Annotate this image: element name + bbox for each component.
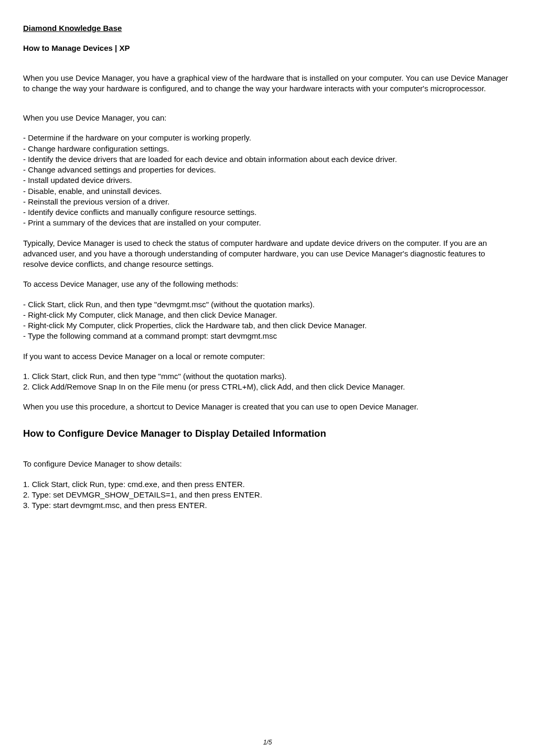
list-item: 1. Click Start, click Run, and then type… (23, 371, 512, 382)
access-methods-list: - Click Start, click Run, and then type … (23, 299, 512, 342)
list-item: - Right-click My Computer, click Manage,… (23, 310, 512, 320)
section2-steps: 1. Click Start, click Run, type: cmd.exe… (23, 479, 512, 511)
list-item: 2. Click Add/Remove Snap In on the File … (23, 382, 512, 392)
remote-outro: When you use this procedure, a shortcut … (23, 402, 512, 412)
remote-steps: 1. Click Start, click Run, and then type… (23, 371, 512, 393)
list-item: 2. Type: set DEVMGR_SHOW_DETAILS=1, and … (23, 490, 512, 500)
list-item: - Click Start, click Run, and then type … (23, 299, 512, 310)
list-item: - Reinstall the previous version of a dr… (23, 197, 512, 207)
remote-intro: If you want to access Device Manager on … (23, 351, 512, 362)
usage-paragraph-1: Typically, Device Manager is used to che… (23, 238, 512, 270)
article-title: How to Manage Devices | XP (23, 43, 512, 53)
section-heading-configure: How to Configure Device Manager to Displ… (23, 427, 512, 440)
list-item: - Print a summary of the devices that ar… (23, 218, 512, 228)
site-title: Diamond Knowledge Base (23, 23, 512, 34)
list-item: - Identify the device drivers that are l… (23, 154, 512, 165)
list-item: - Type the following command at a comman… (23, 331, 512, 341)
list-item: - Right-click My Computer, click Propert… (23, 320, 512, 331)
intro-paragraph-2: When you use Device Manager, you can: (23, 113, 512, 123)
list-item: - Determine if the hardware on your comp… (23, 133, 512, 143)
list-item: - Change advanced settings and propertie… (23, 165, 512, 175)
list-item: - Install updated device drivers. (23, 175, 512, 186)
list-item: - Disable, enable, and uninstall devices… (23, 186, 512, 197)
section2-intro: To configure Device Manager to show deta… (23, 459, 512, 469)
list-item: - Identify device conflicts and manually… (23, 207, 512, 218)
list-item: 3. Type: start devmgmt.msc, and then pre… (23, 500, 512, 511)
page-number: 1/5 (23, 738, 512, 747)
list-item: - Change hardware configuration settings… (23, 144, 512, 154)
intro-paragraph-1: When you use Device Manager, you have a … (23, 73, 512, 94)
capabilities-list: - Determine if the hardware on your comp… (23, 133, 512, 228)
list-item: 1. Click Start, click Run, type: cmd.exe… (23, 479, 512, 490)
usage-paragraph-2: To access Device Manager, use any of the… (23, 279, 512, 289)
